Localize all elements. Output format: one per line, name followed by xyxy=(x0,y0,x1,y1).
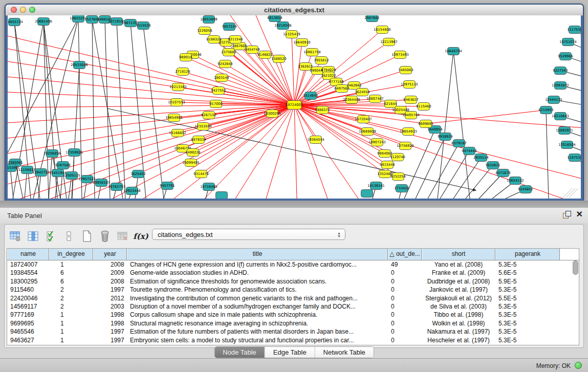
graph-node-teal[interactable]: 1117539 xyxy=(567,26,581,34)
table-vertical-scrollbar[interactable] xyxy=(572,260,578,344)
table-row[interactable]: 1830029562008Estimation of significance … xyxy=(7,277,579,286)
graph-node-teal[interactable]: 15716485 xyxy=(200,183,217,191)
graph-node-teal[interactable]: 20533046 xyxy=(71,61,88,69)
graph-node-teal[interactable]: 15892971 xyxy=(556,127,573,135)
panel-divider[interactable] xyxy=(0,201,588,208)
graph-node-selected[interactable]: 7955812 xyxy=(314,57,329,64)
citation-graph[interactable]: 2405572420691406106532571527602846616210… xyxy=(8,15,581,199)
graph-edge[interactable] xyxy=(294,105,387,165)
graph-node-teal[interactable]: 16782753 xyxy=(108,183,125,191)
cell-name[interactable]: 19384554 xyxy=(7,269,49,277)
cell-name[interactable]: 9465546 xyxy=(7,327,49,336)
cell-short[interactable]: Dudbridge et al. (2008) xyxy=(422,277,495,286)
cell-pagerank[interactable]: 5.9E-5 xyxy=(495,277,560,286)
cell-name[interactable]: 9777169 xyxy=(7,311,49,319)
cell-pagerank[interactable]: 5.3E-5 xyxy=(495,311,560,319)
graph-node-selected[interactable]: 2718126 xyxy=(175,68,190,76)
cell-year[interactable]: 2008 xyxy=(93,260,127,269)
table-row[interactable]: 969969511998Structural magnetic resonanc… xyxy=(7,319,579,327)
cell-short[interactable]: Jankovic et al. (1997) xyxy=(422,286,495,294)
graph-node-teal[interactable]: 20206856 xyxy=(43,150,61,158)
node-table[interactable]: namein_degreeyeartitle△ out_de...shortpa… xyxy=(7,248,579,345)
graph-node-selected[interactable]: 12213383 xyxy=(169,83,187,91)
graph-node-selected[interactable]: 12975115 xyxy=(401,81,418,89)
graph-node-selected[interactable]: 19654923 xyxy=(400,128,417,136)
graph-edge[interactable] xyxy=(222,78,294,105)
graph-node-selected[interactable]: 2375685 xyxy=(221,49,236,56)
cell-out_de[interactable]: 0 xyxy=(388,336,422,344)
graph-edge[interactable] xyxy=(453,51,470,199)
cell-title[interactable]: Disruption of a novel member of a sodium… xyxy=(127,302,388,311)
graph-node-teal[interactable]: 24055724 xyxy=(8,18,23,26)
graph-node-selected[interactable]: 9211546 xyxy=(228,36,243,43)
tab-node-table[interactable]: Node Table xyxy=(214,347,265,358)
cell-pagerank[interactable]: 5.3E-5 xyxy=(495,286,560,294)
graph-node-teal[interactable]: 9474444 xyxy=(462,147,476,155)
column-header-year[interactable]: year xyxy=(93,249,127,260)
cell-in_degree[interactable]: 6 xyxy=(49,269,93,277)
table-row[interactable]: 1456911722003Disruption of a novel membe… xyxy=(7,302,579,311)
cell-out_de[interactable]: 0 xyxy=(388,277,422,286)
cell-title[interactable]: Estimation of the future numbers of pati… xyxy=(127,327,388,336)
table-row[interactable]: 946362711997Embryonic stem cells: a mode… xyxy=(7,336,579,344)
cell-name[interactable]: 14569117 xyxy=(7,302,49,311)
cell-out_de[interactable]: 0 xyxy=(388,294,422,302)
graph-edge[interactable] xyxy=(178,105,294,133)
graph-node-teal[interactable]: 8813054 xyxy=(267,15,282,22)
graph-node-selected[interactable]: 3226058 xyxy=(197,27,212,35)
graph-node-teal[interactable]: 1514845 xyxy=(303,92,318,100)
graph-node-selected[interactable]: 917006 xyxy=(209,100,222,108)
graph-edge[interactable] xyxy=(205,105,294,199)
graph-node-selected[interactable]: 1588520 xyxy=(271,55,286,63)
cell-year[interactable]: 1997 xyxy=(93,286,127,294)
graph-node-selected[interactable]: 12213967 xyxy=(380,38,398,46)
cell-out_de[interactable]: 0 xyxy=(388,302,422,311)
graph-node-selected[interactable]: 989016 xyxy=(179,54,192,61)
graph-node-selected[interactable]: 9146821 xyxy=(257,51,272,59)
table-selector-dropdown[interactable]: citations_edges.txt ▲▼ xyxy=(152,229,345,240)
graph-node-selected[interactable]: 8878334 xyxy=(191,136,206,144)
cell-title[interactable]: Structural magnetic resonance image aver… xyxy=(127,319,388,327)
graph-node-selected[interactable]: 2803144 xyxy=(214,74,229,82)
cell-out_de[interactable]: 0 xyxy=(388,327,422,336)
float-panel-icon[interactable] xyxy=(563,211,570,218)
select-all-checks-icon[interactable] xyxy=(45,229,58,244)
table-columns-icon[interactable] xyxy=(27,229,40,244)
table-row[interactable]: 946554611997Estimation of the future num… xyxy=(7,327,579,336)
graph-node-teal[interactable]: 20691406 xyxy=(35,18,52,26)
cell-year[interactable]: 1997 xyxy=(93,336,127,344)
graph-node-teal[interactable]: 9227343 xyxy=(553,67,568,75)
graph-node-selected[interactable]: 11325419 xyxy=(283,31,300,38)
graph-node-selected[interactable]: 7986372 xyxy=(315,106,330,114)
graph-node-teal[interactable]: 9397588 xyxy=(55,162,70,169)
function-builder-icon[interactable]: f(x) xyxy=(134,229,147,244)
column-header-pagerank[interactable]: pagerank xyxy=(495,249,560,260)
graph-edge[interactable] xyxy=(453,158,481,199)
cell-pagerank[interactable]: 5.3E-5 xyxy=(495,336,560,344)
graph-node-teal[interactable]: 16648784 xyxy=(445,48,462,55)
graph-edge[interactable] xyxy=(8,105,294,107)
graph-node-selected[interactable]: 9699695 xyxy=(418,120,433,128)
cell-name[interactable]: 22420046 xyxy=(7,294,49,302)
graph-node-teal[interactable]: 17016504 xyxy=(558,141,576,149)
column-header-title[interactable]: title xyxy=(127,249,388,260)
cell-out_de[interactable]: 0 xyxy=(388,286,422,294)
close-panel-icon[interactable]: ✕ xyxy=(576,211,583,218)
graph-node-selected[interactable]: 19654982 xyxy=(165,114,183,122)
graph-node-teal[interactable]: 8471676 xyxy=(495,169,510,177)
graph-node-selected[interactable]: 9267150 xyxy=(201,112,216,119)
graph-edge[interactable] xyxy=(546,110,549,199)
graph-node-teal[interactable]: 7625402 xyxy=(130,170,145,178)
graph-node-selected[interactable]: 9314479 xyxy=(193,170,208,178)
graph-node-teal[interactable]: 10654112 xyxy=(507,177,524,185)
graph-node-teal[interactable]: 12444135 xyxy=(545,96,562,104)
cell-year[interactable]: 1998 xyxy=(93,319,127,327)
graph-node-selected[interactable]: 9115460 xyxy=(416,103,431,111)
cell-out_de[interactable]: 0 xyxy=(388,269,422,277)
graph-node-selected[interactable]: 8454749 xyxy=(245,46,259,54)
network-window-titlebar[interactable]: citations_edges.txt xyxy=(6,5,583,16)
graph-edge[interactable] xyxy=(266,105,294,199)
graph-edge[interactable] xyxy=(186,57,294,105)
graph-node-teal[interactable]: 6379197 xyxy=(451,140,466,147)
cell-title[interactable]: Investigating the contribution of common… xyxy=(127,294,388,302)
